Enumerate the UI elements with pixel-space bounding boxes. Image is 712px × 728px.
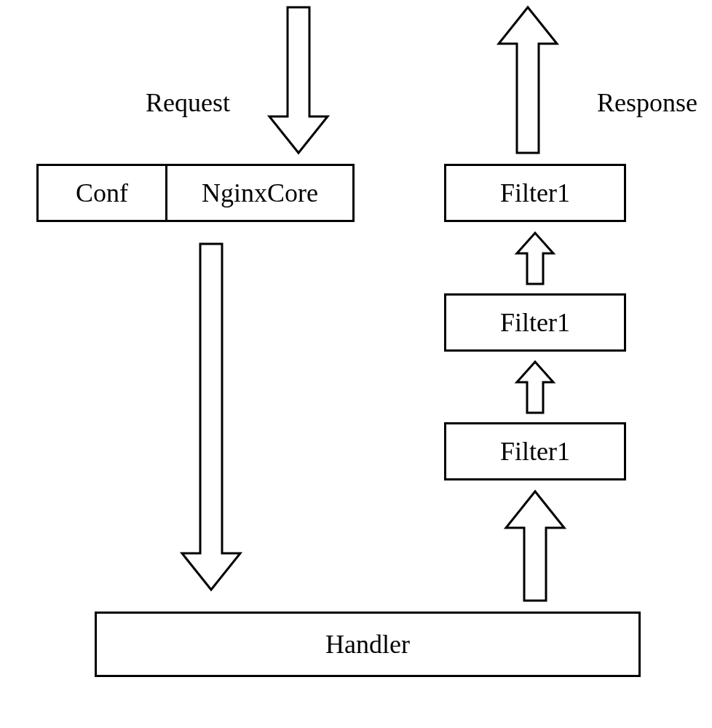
filter-mid-label: Filter1 <box>500 307 570 338</box>
conf-label: Conf <box>76 178 128 208</box>
filter-mid-box: Filter1 <box>444 293 626 352</box>
filter-bottom-label: Filter1 <box>500 436 570 467</box>
filter-arrow-2-icon <box>510 358 561 419</box>
core-to-handler-arrow-icon <box>175 240 248 600</box>
handler-label: Handler <box>325 629 410 660</box>
filter-top-label: Filter1 <box>500 178 570 208</box>
request-label: Request <box>146 87 230 118</box>
filter-top-box: Filter1 <box>444 164 626 222</box>
handler-to-filter-arrow-icon <box>499 488 571 607</box>
filter-bottom-box: Filter1 <box>444 422 626 480</box>
nginxcore-label: NginxCore <box>202 178 318 208</box>
filter-arrow-1-icon <box>510 229 561 290</box>
conf-box: Conf <box>36 164 167 222</box>
handler-box: Handler <box>95 612 641 677</box>
response-label: Response <box>597 87 697 118</box>
response-arrow-icon <box>491 4 564 159</box>
nginxcore-box: NginxCore <box>165 164 355 222</box>
request-arrow-icon <box>262 4 335 159</box>
